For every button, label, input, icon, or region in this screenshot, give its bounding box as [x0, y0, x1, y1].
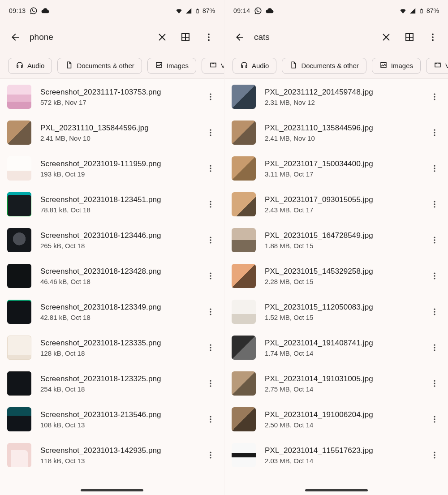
file-row[interactable]: Screenshot_20231117-103753.png 572 kB, N…: [0, 79, 224, 115]
file-more-button[interactable]: [200, 229, 221, 251]
file-thumbnail: [232, 192, 256, 216]
file-row[interactable]: PXL_20231112_201459748.jpg 2.31 MB, Nov …: [224, 79, 448, 115]
file-row[interactable]: PXL_20231017_150034400.jpg 3.11 MB, Oct …: [224, 151, 448, 186]
file-more-button[interactable]: [424, 194, 445, 215]
file-row[interactable]: PXL_20231110_135844596.jpg 2.41 MB, Nov …: [224, 115, 448, 151]
file-info: Screenshot_20231018-123428.png 46.46 kB,…: [31, 267, 200, 285]
file-row[interactable]: PXL_20231014_115517623.jpg 2.03 MB, Oct …: [224, 437, 448, 473]
file-list[interactable]: PXL_20231112_201459748.jpg 2.31 MB, Nov …: [224, 79, 448, 495]
file-meta: 46.46 kB, Oct 18: [40, 278, 200, 285]
file-thumbnail: [7, 407, 31, 431]
search-bar: cats: [224, 22, 448, 53]
file-row[interactable]: Screenshot_20231013-213546.png 108 kB, O…: [0, 401, 224, 437]
file-thumbnail: [232, 85, 256, 109]
file-row[interactable]: Screenshot_20231018-123451.png 78.81 kB,…: [0, 186, 224, 222]
grid-view-button[interactable]: [175, 26, 196, 48]
overflow-menu-button[interactable]: [198, 26, 220, 48]
chip-label: Documents & other: [77, 62, 134, 69]
file-name: Screenshot_20231117-103753.png: [40, 88, 200, 97]
file-info: PXL_20231015_145329258.jpg 2.28 MB, Oct …: [256, 267, 424, 285]
file-more-button[interactable]: [424, 444, 445, 466]
overflow-menu-button[interactable]: [422, 26, 444, 48]
filter-chips-row: Audio Documents & other Images Vi: [0, 53, 224, 79]
file-more-button[interactable]: [424, 122, 445, 143]
file-more-button[interactable]: [200, 122, 221, 143]
file-thumbnail: [7, 228, 31, 252]
grid-view-button[interactable]: [399, 26, 420, 48]
filter-chip-documents[interactable]: Documents & other: [57, 58, 142, 74]
file-more-button[interactable]: [424, 373, 445, 394]
file-more-button[interactable]: [200, 301, 221, 323]
filter-chip-vi[interactable]: Vi: [426, 58, 448, 74]
file-more-button[interactable]: [424, 337, 445, 358]
file-thumbnail: [232, 443, 256, 467]
file-row[interactable]: PXL_20231015_164728549.jpg 1.88 MB, Oct …: [224, 222, 448, 258]
file-info: Screenshot_20231018-123451.png 78.81 kB,…: [31, 195, 200, 214]
status-bar: 09:14 87%: [224, 0, 448, 22]
file-meta: 2.41 MB, Nov 10: [265, 134, 424, 142]
filter-chip-audio[interactable]: Audio: [233, 58, 276, 74]
file-more-button[interactable]: [424, 158, 445, 179]
gesture-nav-handle[interactable]: [305, 489, 368, 491]
file-row[interactable]: PXL_20231014_191408741.jpg 1.74 MB, Oct …: [224, 330, 448, 366]
file-row[interactable]: Screenshot_20231018-123349.png 42.81 kB,…: [0, 294, 224, 330]
gesture-nav-handle[interactable]: [81, 489, 143, 491]
status-time: 09:14: [233, 7, 250, 14]
chip-label: Audio: [27, 62, 44, 69]
search-input[interactable]: cats: [252, 32, 374, 42]
file-thumbnail: [7, 300, 31, 324]
file-name: Screenshot_20231013-213546.png: [40, 410, 200, 419]
file-row[interactable]: PXL_20231017_093015055.jpg 2.43 MB, Oct …: [224, 186, 448, 222]
file-name: PXL_20231110_135844596.jpg: [40, 124, 200, 133]
file-more-button[interactable]: [200, 444, 221, 466]
file-more-button[interactable]: [200, 337, 221, 358]
file-thumbnail: [232, 156, 256, 181]
file-meta: 2.03 MB, Oct 14: [265, 457, 424, 465]
back-button[interactable]: [229, 26, 250, 48]
filter-chip-documents[interactable]: Documents & other: [282, 58, 366, 74]
file-more-button[interactable]: [200, 409, 221, 430]
clear-search-button[interactable]: [151, 26, 173, 48]
back-button[interactable]: [4, 26, 26, 48]
file-row[interactable]: Screenshot_20231018-123335.png 128 kB, O…: [0, 330, 224, 366]
chip-label: Images: [391, 62, 413, 69]
file-meta: 193 kB, Oct 19: [40, 170, 200, 178]
file-row[interactable]: PXL_20231015_145329258.jpg 2.28 MB, Oct …: [224, 258, 448, 294]
file-row[interactable]: PXL_20231014_191006204.jpg 2.50 MB, Oct …: [224, 401, 448, 437]
file-thumbnail: [7, 85, 31, 109]
file-list[interactable]: Screenshot_20231117-103753.png 572 kB, N…: [0, 79, 224, 495]
file-meta: 2.31 MB, Nov 12: [265, 99, 424, 106]
file-more-button[interactable]: [424, 265, 445, 287]
file-row[interactable]: PXL_20231110_135844596.jpg 2.41 MB, Nov …: [0, 115, 224, 151]
filter-chip-images[interactable]: Images: [147, 58, 196, 74]
file-more-button[interactable]: [200, 158, 221, 179]
whatsapp-icon: [254, 7, 262, 15]
file-row[interactable]: Screenshot_20231013-142935.png 118 kB, O…: [0, 437, 224, 473]
file-name: PXL_20231017_093015055.jpg: [265, 195, 424, 204]
file-row[interactable]: PXL_20231014_191031005.jpg 2.75 MB, Oct …: [224, 366, 448, 401]
file-more-button[interactable]: [424, 409, 445, 430]
file-more-button[interactable]: [424, 301, 445, 323]
filter-chip-audio[interactable]: Audio: [8, 58, 52, 74]
search-input[interactable]: phone: [28, 32, 150, 42]
phone-screen: 09:13 87% phone Audio Documents & other: [0, 0, 224, 495]
file-row[interactable]: Screenshot_20231018-123325.png 254 kB, O…: [0, 366, 224, 401]
file-more-button[interactable]: [200, 265, 221, 287]
file-more-button[interactable]: [424, 229, 445, 251]
file-name: Screenshot_20231013-142935.png: [40, 446, 200, 455]
file-more-button[interactable]: [200, 194, 221, 215]
file-more-button[interactable]: [424, 86, 445, 108]
file-more-button[interactable]: [200, 373, 221, 394]
chip-label: Images: [167, 62, 189, 69]
file-more-button[interactable]: [200, 86, 221, 108]
file-row[interactable]: Screenshot_20231019-111959.png 193 kB, O…: [0, 151, 224, 186]
file-row[interactable]: Screenshot_20231018-123428.png 46.46 kB,…: [0, 258, 224, 294]
status-time: 09:13: [9, 7, 26, 14]
filter-chip-images[interactable]: Images: [372, 58, 421, 74]
file-row[interactable]: PXL_20231015_112050083.jpg 1.52 MB, Oct …: [224, 294, 448, 330]
filter-chip-vi[interactable]: Vi: [202, 58, 224, 74]
file-info: PXL_20231017_150034400.jpg 3.11 MB, Oct …: [256, 159, 424, 178]
file-meta: 118 kB, Oct 13: [40, 457, 200, 465]
file-row[interactable]: Screenshot_20231018-123446.png 265 kB, O…: [0, 222, 224, 258]
clear-search-button[interactable]: [375, 26, 397, 48]
